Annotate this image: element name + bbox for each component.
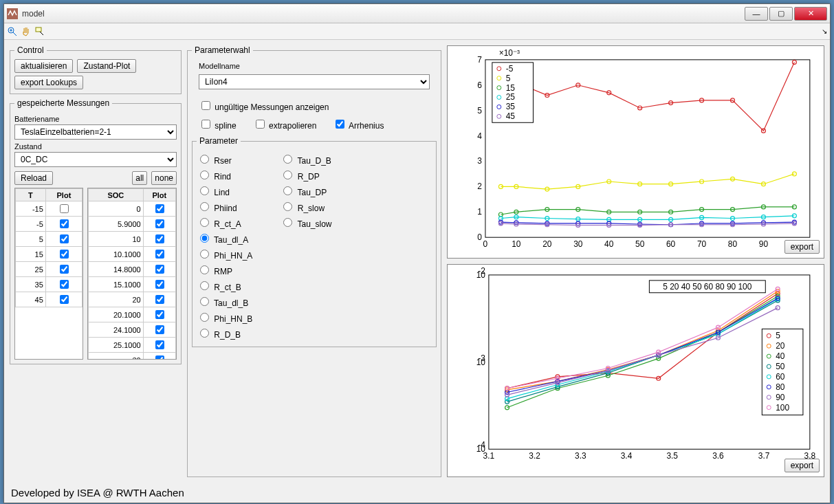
t-plot-checkbox[interactable] [60, 234, 69, 243]
parameter-radio-Tau_D_B[interactable]: Tau_D_B [280, 153, 331, 166]
t-plot-checkbox[interactable] [60, 219, 69, 228]
svg-text:1: 1 [477, 207, 482, 217]
parameter-radio-Tau_dl_A[interactable]: Tau_dl_A [197, 232, 252, 245]
export-top-button[interactable]: export [784, 240, 820, 254]
soc-plot-checkbox[interactable] [155, 265, 164, 274]
zoom-in-icon[interactable] [7, 26, 18, 37]
svg-text:80: 80 [728, 239, 738, 249]
messungen-panel: gespeicherte Messungen Batteriename Tesl… [10, 98, 182, 364]
spline-checkbox[interactable]: spline [199, 118, 237, 131]
parameter-radio-Phi_HN_A[interactable]: Phi_HN_A [197, 248, 252, 261]
maximize-button[interactable]: ▢ [769, 7, 793, 21]
parameter-radio-R_slow[interactable]: R_slow [280, 200, 331, 213]
svg-text:20: 20 [776, 341, 785, 351]
footer-text: Developed by ISEA @ RWTH Aachen [4, 483, 830, 503]
parameter-radio-Rser[interactable]: Rser [197, 153, 252, 166]
pan-icon[interactable] [21, 26, 32, 37]
soc-plot-checkbox[interactable] [155, 355, 164, 360]
parameter-radio-R_D_B[interactable]: R_D_B [197, 327, 252, 340]
soc-plot-checkbox[interactable] [155, 340, 164, 349]
svg-text:10: 10 [512, 239, 521, 249]
t-table[interactable]: TPlot-15-5515253545 [14, 188, 83, 360]
toolbar-corner-icon[interactable]: ↘ [822, 28, 827, 35]
t-plot-checkbox[interactable] [60, 204, 69, 213]
batteriename-select[interactable]: TeslaEinzelbatterien=2-1 [14, 124, 177, 140]
t-plot-checkbox[interactable] [60, 250, 69, 259]
parameter-radio-RMP[interactable]: RMP [197, 263, 252, 276]
parameter-radio-Lind[interactable]: Lind [197, 184, 252, 197]
all-button[interactable]: all [132, 171, 147, 185]
svg-text:20: 20 [542, 239, 552, 249]
zustand-label: Zustand [14, 142, 177, 151]
svg-text:3.5: 3.5 [666, 451, 678, 461]
t-plot-checkbox[interactable] [60, 280, 69, 289]
zustand-select[interactable]: 0C_DC [14, 152, 177, 167]
svg-text:5: 5 [506, 74, 511, 83]
messungen-legend: gespeicherte Messungen [14, 98, 112, 108]
data-cursor-icon[interactable] [34, 26, 45, 37]
svg-rect-5 [36, 28, 41, 32]
svg-text:-5: -5 [506, 64, 514, 74]
soc-plot-checkbox[interactable] [155, 280, 164, 289]
svg-text:5 20 40 50 60 80 90 100: 5 20 40 50 60 80 90 100 [663, 282, 751, 292]
soc-table[interactable]: SOCPlot05.90001010.100014.800015.1000202… [87, 188, 177, 360]
parameter-radio-R_ct_B[interactable]: R_ct_B [197, 279, 252, 292]
svg-text:3.7: 3.7 [758, 451, 770, 461]
parameter-radio-Phiind[interactable]: Phiind [197, 200, 252, 213]
soc-plot-checkbox[interactable] [155, 219, 164, 228]
svg-text:3.3: 3.3 [575, 451, 586, 461]
svg-text:0: 0 [477, 232, 482, 242]
svg-text:60: 60 [666, 239, 676, 249]
svg-text:-4: -4 [478, 440, 485, 450]
titlebar: model — ▢ ✕ [4, 4, 830, 23]
show-invalid-checkbox[interactable]: ungültige Messungen anzeigen [199, 99, 430, 112]
svg-text:25: 25 [506, 92, 516, 102]
reload-button[interactable]: Reload [14, 171, 53, 185]
update-button[interactable]: aktualisieren [14, 59, 73, 73]
soc-plot-checkbox[interactable] [155, 204, 164, 213]
svg-text:70: 70 [697, 239, 707, 249]
soc-plot-checkbox[interactable] [155, 310, 164, 319]
parameter-radio-R_DP[interactable]: R_DP [280, 168, 331, 182]
svg-text:3.1: 3.1 [483, 451, 495, 461]
soc-plot-checkbox[interactable] [155, 250, 164, 259]
zustand-plot-button[interactable]: Zustand-Plot [77, 59, 136, 73]
close-button[interactable]: ✕ [794, 7, 827, 21]
svg-text:40: 40 [776, 351, 785, 361]
parameter-group: Parameter Rser Rind Lind Phiind R_ct_A T… [192, 136, 437, 347]
svg-text:35: 35 [506, 102, 516, 111]
parameter-radio-Tau_DP[interactable]: Tau_DP [280, 184, 331, 197]
t-plot-checkbox[interactable] [60, 265, 69, 274]
parameter-radio-R_ct_A[interactable]: R_ct_A [197, 216, 252, 229]
export-lookups-button[interactable]: export Lookups [14, 76, 83, 89]
modellname-select[interactable]: LiIon4 [199, 74, 430, 89]
svg-text:4: 4 [477, 131, 482, 141]
soc-plot-checkbox[interactable] [155, 295, 164, 304]
parameterwahl-panel: Parameterwahl Modellname LiIon4 ungültig… [187, 45, 441, 477]
svg-text:-2: -2 [478, 266, 485, 276]
svg-text:×10⁻³: ×10⁻³ [499, 48, 520, 58]
parameter-radio-Phi_HN_B[interactable]: Phi_HN_B [197, 311, 252, 324]
arrhenius-checkbox[interactable]: Arrhenius [333, 118, 384, 131]
parameter-radio-Tau_slow[interactable]: Tau_slow [280, 216, 331, 229]
parameter-legend: Parameter [197, 136, 241, 146]
svg-text:15: 15 [506, 83, 516, 93]
soc-plot-checkbox[interactable] [155, 325, 164, 334]
extrapolieren-checkbox[interactable]: extrapolieren [253, 118, 317, 131]
none-button[interactable]: none [151, 171, 177, 185]
svg-text:3: 3 [477, 156, 482, 166]
svg-text:50: 50 [635, 239, 645, 249]
app-window: model — ▢ ✕ ↘ Control aktualisieren Zust… [3, 3, 831, 503]
minimize-button[interactable]: — [745, 7, 768, 21]
parameterwahl-legend: Parameterwahl [192, 45, 253, 55]
svg-text:3.6: 3.6 [712, 451, 724, 461]
chart-bottom: 10-410-310-23.13.23.33.43.53.63.73.8×10⁻… [447, 264, 824, 477]
t-plot-checkbox[interactable] [60, 295, 69, 304]
app-icon [7, 8, 18, 19]
soc-plot-checkbox[interactable] [155, 234, 164, 243]
control-legend: Control [14, 45, 47, 55]
chart-top: 012345670102030405060708090100×10⁻³-5515… [447, 45, 824, 259]
export-bottom-button[interactable]: export [784, 459, 820, 472]
parameter-radio-Tau_dl_B[interactable]: Tau_dl_B [197, 295, 252, 308]
parameter-radio-Rind[interactable]: Rind [197, 168, 252, 182]
